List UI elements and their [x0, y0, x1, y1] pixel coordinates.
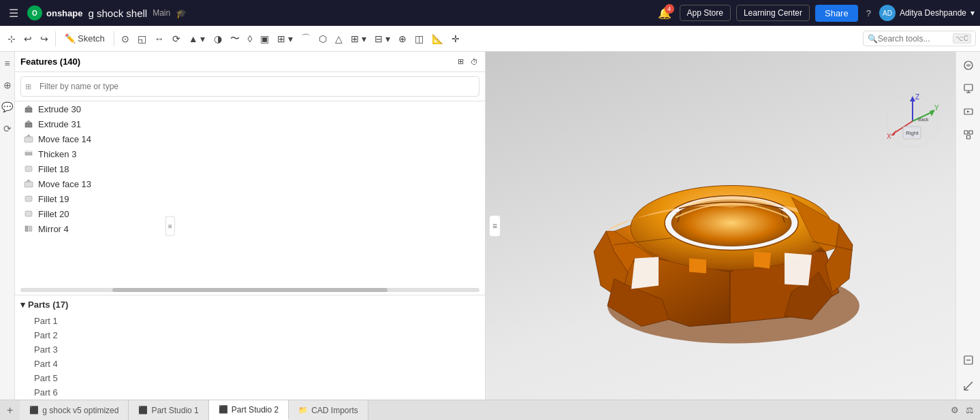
part-item-3[interactable]: Part 3 [20, 342, 479, 357]
learning-center-button[interactable]: Learning Center [736, 5, 810, 21]
notification-badge: 4 [665, 4, 674, 14]
bottom-icon-1[interactable] [959, 351, 978, 370]
toolbar-measure-btn[interactable]: 📐 [428, 31, 447, 47]
part-item-4[interactable]: Part 4 [20, 357, 479, 371]
feature-item-move-face-14[interactable]: Move face 14 [15, 131, 485, 146]
feature-item-thicken-3[interactable]: Thicken 3 [15, 146, 485, 161]
panel-list-icon[interactable]: ≡ [489, 215, 501, 237]
display-button[interactable] [959, 79, 978, 98]
simulation-button[interactable] [959, 125, 978, 144]
expand-feature-btn[interactable]: ⊞ [456, 56, 465, 67]
tab-part-studio-1[interactable]: ⬛ Part Studio 1 [129, 400, 208, 420]
feature-item-mirror-4[interactable]: Mirror 4 [15, 221, 485, 236]
bottom-balance-btn[interactable]: ⚖ [964, 403, 976, 417]
parts-collapse-icon: ▾ [20, 300, 25, 310]
logo-icon: O [27, 5, 42, 20]
search-tools-container[interactable]: 🔍 ⌥C [863, 31, 976, 46]
feature-list: Extrude 30 Extrude 31 Move face 14 Thick… [15, 101, 485, 285]
toolbar-move-btn[interactable]: ↔ [151, 31, 168, 47]
history-feature-btn[interactable]: ⏱ [469, 56, 479, 67]
move-face-icon [23, 133, 34, 144]
toolbar-extrude-btn[interactable]: ▲ ▾ [185, 31, 209, 47]
toolbar-loft-btn[interactable]: ◊ [244, 31, 256, 47]
search-tools-input[interactable] [878, 34, 953, 44]
feature-filter-input[interactable] [34, 79, 475, 94]
toolbar-mirror-btn[interactable]: ⊟ ▾ [371, 31, 394, 47]
feature-item-extrude-30[interactable]: Extrude 30 [15, 101, 485, 116]
add-feature-icon[interactable]: ⊕ [1, 78, 14, 93]
toolbar-plane-btn[interactable]: ◱ [134, 31, 150, 47]
right-face-label: Right [906, 130, 919, 136]
svg-rect-7 [25, 151, 32, 152]
feature-item-fillet-19[interactable]: Fillet 19 [15, 191, 485, 206]
feature-item-extrude-31[interactable]: Extrude 31 [15, 116, 485, 131]
tab-g-shock-v5[interactable]: ⬛ g shock v5 optimized [20, 400, 129, 420]
toolbar-section-btn[interactable]: ◫ [411, 31, 427, 47]
history-icon[interactable]: ⟳ [1, 121, 14, 136]
parts-header[interactable]: ▾ Parts (17) [15, 295, 485, 314]
logo: O onshape [27, 5, 82, 20]
add-tab-button[interactable]: + [0, 400, 20, 420]
toolbar-chamfer-btn[interactable]: ⬡ [315, 31, 330, 47]
user-menu-button[interactable]: AD Aditya Deshpande ▾ [879, 5, 975, 21]
comment-icon[interactable]: 💬 [0, 99, 15, 114]
top-navigation-bar: ☰ O onshape g shock shell Main 🎓 🔔 4 App… [0, 0, 980, 26]
toolbar-undo-button[interactable]: ↩ [20, 31, 35, 47]
toolbar-draft-btn[interactable]: △ [332, 31, 346, 47]
part-item-6[interactable]: Part 6 [20, 385, 479, 400]
parts-list: Part 1 Part 2 Part 3 Part 4 Part 5 Part … [15, 314, 485, 400]
tab-label: g shock v5 optimized [42, 406, 118, 415]
feature-list-icon[interactable]: ≡ [2, 56, 12, 71]
tab-cad-imports[interactable]: 📁 CAD Imports [289, 400, 368, 420]
toolbar-construction-btn[interactable]: ⊙ [118, 31, 133, 47]
sketch-button[interactable]: ✏️ Sketch [59, 31, 110, 46]
svg-rect-2 [25, 123, 32, 127]
toolbar-redo-button[interactable]: ↪ [37, 31, 52, 47]
feature-label: Extrude 31 [38, 119, 81, 129]
filter-icon: ⊞ [25, 82, 31, 91]
main-area: ≡ ⊕ 💬 ⟳ Features (140) ⊞ ⏱ ⊞ Extrude 30 [0, 52, 980, 400]
feature-label: Extrude 30 [38, 104, 81, 114]
toolbar-divider-1 [55, 31, 56, 46]
appstore-button[interactable]: App Store [680, 5, 731, 21]
tab-spacer [368, 400, 945, 420]
3d-model [553, 75, 907, 363]
render-button[interactable] [959, 102, 978, 121]
toolbar-revolve-btn[interactable]: ◑ [210, 31, 225, 47]
feature-item-fillet-20[interactable]: Fillet 20 [15, 206, 485, 221]
feature-item-fillet-18[interactable]: Fillet 18 [15, 161, 485, 176]
part-item-5[interactable]: Part 5 [20, 371, 479, 385]
feature-list-scrollbar[interactable] [20, 288, 479, 292]
3d-canvas[interactable]: Z Y X Right Back ≡ [486, 52, 955, 400]
help-button[interactable]: ? [864, 5, 874, 21]
bottom-icon-2[interactable] [959, 376, 978, 395]
notification-button[interactable]: 🔔 4 [655, 4, 674, 22]
extrude-icon [23, 103, 34, 114]
feature-panel: Features (140) ⊞ ⏱ ⊞ Extrude 30 Ex [15, 52, 486, 400]
feature-label: Move face 13 [38, 179, 91, 189]
share-button[interactable]: Share [815, 5, 858, 22]
user-name: Aditya Deshpande [900, 8, 966, 18]
bottom-settings-btn[interactable]: ⚙ [949, 403, 961, 417]
feature-item-move-face-13[interactable]: Move face 13 [15, 176, 485, 191]
tab-part-studio-2[interactable]: ⬛ Part Studio 2 [209, 400, 289, 420]
toolbar-pattern-btn[interactable]: ⊞ ▾ [347, 31, 370, 47]
toolbar-fillet-btn[interactable]: ⌒ [298, 30, 314, 48]
sketch-icon: ✏️ [65, 33, 76, 44]
toolbar-shell-btn[interactable]: ▣ [257, 31, 272, 47]
svg-rect-36 [966, 135, 970, 139]
toolbar-transform-btn[interactable]: ⟳ [169, 31, 184, 47]
svg-rect-35 [969, 131, 973, 134]
toolbar-select-button[interactable]: ⊹ [4, 31, 19, 47]
part-item-1[interactable]: Part 1 [20, 314, 479, 328]
toolbar-points-btn[interactable]: ✛ [448, 31, 463, 47]
doc-branch: Main [153, 8, 170, 18]
part-item-2[interactable]: Part 2 [20, 328, 479, 342]
toolbar-mate-btn[interactable]: ⊕ [395, 31, 410, 47]
appearance-button[interactable] [959, 56, 978, 75]
panel-expand-button[interactable]: ≡ [165, 216, 175, 236]
hamburger-menu[interactable]: ☰ [5, 4, 22, 22]
scrollbar-thumb[interactable] [112, 288, 388, 292]
toolbar-boolean-btn[interactable]: ⊞ ▾ [274, 31, 296, 47]
toolbar-sweep-btn[interactable]: 〜 [227, 30, 243, 48]
